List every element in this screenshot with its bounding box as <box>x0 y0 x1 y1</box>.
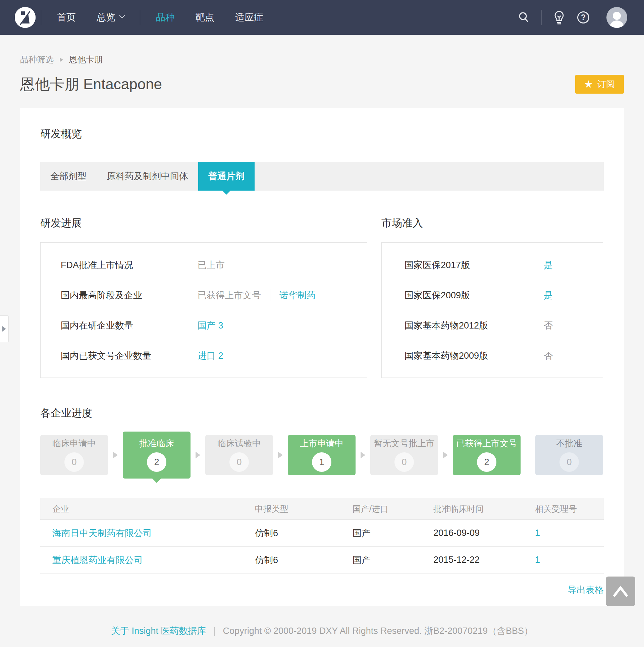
table-header-row: 企业 申报类型 国产/进口 批准临床时间 相关受理号 <box>40 498 604 520</box>
side-panel-toggle[interactable] <box>0 315 9 342</box>
stage-approved-no-license[interactable]: 暂无文号批上市 0 <box>370 435 438 475</box>
stage-count-badge: 0 <box>559 452 579 472</box>
arrow-right-icon <box>2 326 6 332</box>
progress-box: FDA批准上市情况 已上市 国内最高阶段及企业 已获得上市文号 诺华制药 国内在… <box>40 242 367 378</box>
stage-nda-applying[interactable]: 上市申请中 1 <box>288 435 356 475</box>
primary-nav: 首页 总览 品种 靶点 适应症 <box>47 10 274 25</box>
info-row: FDA批准上市情况 已上市 <box>41 250 367 280</box>
col-header-origin: 国产/进口 <box>353 498 433 520</box>
page-title: 恩他卡朋 Entacapone <box>20 74 162 94</box>
top-navbar: 首页 总览 品种 靶点 适应症 ? <box>0 0 644 35</box>
nav-item-drugs[interactable]: 品种 <box>156 11 175 24</box>
pipeline: 临床申请中 0 批准临床 2 临床试验中 0 上市申请中 1 暂无文号批上市 0 <box>40 432 604 483</box>
tab-all-dosage-forms[interactable]: 全部剂型 <box>40 162 97 191</box>
breadcrumb: 品种筛选 恩他卡朋 <box>0 35 644 65</box>
nav-item-targets[interactable]: 靶点 <box>196 11 214 24</box>
nav-item-overview[interactable]: 总览 <box>97 11 124 24</box>
acceptance-count-link[interactable]: 1 <box>535 528 540 538</box>
export-table-link[interactable]: 导出表格 <box>568 584 604 596</box>
apply-type-cell: 仿制6 <box>255 547 353 574</box>
subscribe-button[interactable]: ★ 订阅 <box>575 75 624 94</box>
arrow-right-icon <box>113 452 118 458</box>
subscribe-label: 订阅 <box>597 78 615 90</box>
table-row: 重庆植恩药业有限公司 仿制6 国产 2015-12-22 1 <box>40 547 604 574</box>
info-row: 国家基本药物2009版 否 <box>382 341 603 371</box>
company-link[interactable]: 海南日中天制药有限公司 <box>52 528 152 538</box>
stage-clinical-approved[interactable]: 批准临床 2 <box>123 432 191 479</box>
info-label: 国家基本药物2009版 <box>405 350 544 362</box>
stage-clinical-applying[interactable]: 临床申请中 0 <box>40 435 108 475</box>
info-label: 国家医保2017版 <box>405 259 544 271</box>
stage-not-approved[interactable]: 不批准 0 <box>535 435 603 475</box>
arrow-right-icon <box>443 452 448 458</box>
user-silhouette-icon <box>606 8 627 28</box>
market-access-section: 市场准入 国家医保2017版 是 国家医保2009版 是 国家基本药物2012版… <box>381 216 603 378</box>
col-header-apply-type: 申报类型 <box>255 498 353 520</box>
stage-license-obtained[interactable]: 已获得上市文号 2 <box>453 435 521 475</box>
info-label: 国家基本药物2012版 <box>405 319 544 332</box>
progress-heading: 研发进展 <box>40 216 367 230</box>
dosage-tabbar: 全部剂型 原料药及制剂中间体 普通片剂 <box>40 162 604 191</box>
footer-divider: | <box>213 626 216 636</box>
nav-item-indications[interactable]: 适应症 <box>235 11 263 24</box>
market-value: 否 <box>544 350 553 362</box>
insight-logo[interactable] <box>15 7 36 28</box>
company-link[interactable]: 诺华制药 <box>279 289 316 301</box>
info-row: 国家医保2017版 是 <box>382 250 603 280</box>
value-divider <box>270 289 270 301</box>
stage-clinical-trial[interactable]: 临床试验中 0 <box>205 435 273 475</box>
insight-logo-icon <box>15 7 36 28</box>
info-label: 国内最高阶段及企业 <box>61 289 198 301</box>
apply-type-cell: 仿制6 <box>255 520 353 547</box>
chevron-down-icon <box>119 13 125 18</box>
nav-item-home[interactable]: 首页 <box>57 11 76 24</box>
info-value: 已上市 <box>198 259 225 271</box>
nav-divider <box>601 10 601 25</box>
lightbulb-icon[interactable] <box>547 5 571 30</box>
market-box: 国家医保2017版 是 国家医保2009版 是 国家基本药物2012版 否 国家… <box>381 242 603 378</box>
info-row: 国内在研企业数量 国产 3 <box>41 310 367 341</box>
copyright-text: Copyright © 2000-2019 DXY All Rights Res… <box>223 626 533 636</box>
help-icon[interactable]: ? <box>571 5 595 30</box>
import-count-link[interactable]: 进口 2 <box>198 350 223 362</box>
company-link[interactable]: 重庆植恩药业有限公司 <box>52 555 143 565</box>
approval-date-cell: 2016-09-09 <box>433 520 535 547</box>
title-row: 恩他卡朋 Entacapone ★ 订阅 <box>20 74 624 95</box>
market-value-link[interactable]: 是 <box>544 259 553 271</box>
breadcrumb-separator-icon <box>60 57 63 62</box>
tab-plain-tablet[interactable]: 普通片剂 <box>198 162 255 191</box>
col-header-company: 企业 <box>40 498 255 520</box>
progress-section: 研发进展 FDA批准上市情况 已上市 国内最高阶段及企业 已获得上市文号 诺华制… <box>40 216 367 378</box>
domestic-count-link[interactable]: 国产 3 <box>198 319 223 332</box>
tab-api-intermediates[interactable]: 原料药及制剂中间体 <box>97 162 198 191</box>
breadcrumb-current: 恩他卡朋 <box>69 54 103 65</box>
info-label: 国内在研企业数量 <box>61 319 198 332</box>
stage-count-badge: 0 <box>64 452 84 472</box>
approval-date-cell: 2015-12-22 <box>433 547 535 574</box>
info-row: 国家医保2009版 是 <box>382 280 603 310</box>
arrow-right-icon <box>196 452 200 458</box>
market-heading: 市场准入 <box>381 216 603 230</box>
rd-overview-card: 研发概览 全部剂型 原料药及制剂中间体 普通片剂 研发进展 FDA批准上市情况 … <box>20 108 624 606</box>
info-row: 国内已获文号企业数量 进口 2 <box>41 341 367 371</box>
overview-columns: 研发进展 FDA批准上市情况 已上市 国内最高阶段及企业 已获得上市文号 诺华制… <box>40 216 604 378</box>
stage-count-badge: 0 <box>229 452 249 472</box>
market-value-link[interactable]: 是 <box>544 289 553 301</box>
avatar[interactable] <box>606 7 627 28</box>
info-row: 国家基本药物2012版 否 <box>382 310 603 341</box>
origin-cell: 国产 <box>353 520 433 547</box>
about-link[interactable]: 关于 Insight 医药数据库 <box>111 626 206 636</box>
stage-count-badge: 2 <box>147 452 166 472</box>
acceptance-count-link[interactable]: 1 <box>535 555 540 565</box>
col-header-approval-date: 批准临床时间 <box>433 498 535 520</box>
breadcrumb-root[interactable]: 品种筛选 <box>20 54 54 65</box>
card-heading: 研发概览 <box>40 127 604 141</box>
chevron-up-icon <box>610 584 631 599</box>
nav-divider <box>541 10 542 25</box>
search-icon[interactable] <box>512 5 536 30</box>
scroll-to-top-button[interactable] <box>606 577 635 606</box>
nav-divider <box>41 10 41 25</box>
stage-count-badge: 0 <box>394 452 414 472</box>
info-label: 国家医保2009版 <box>405 289 544 301</box>
table-row: 海南日中天制药有限公司 仿制6 国产 2016-09-09 1 <box>40 520 604 547</box>
